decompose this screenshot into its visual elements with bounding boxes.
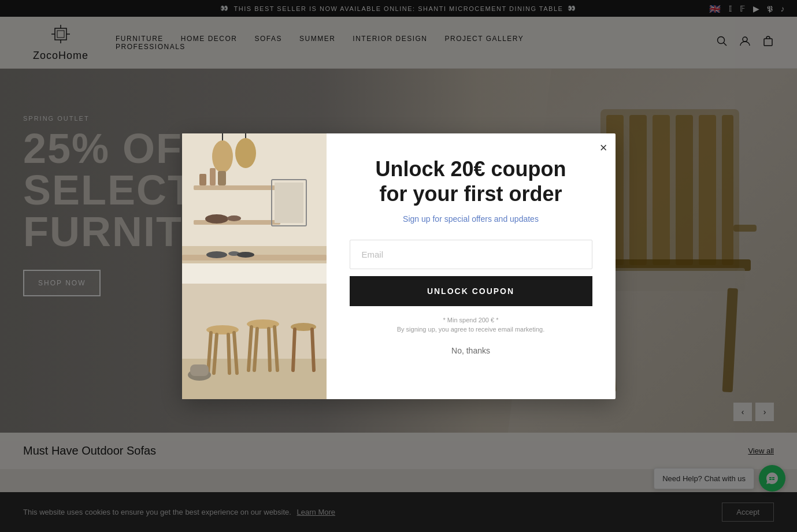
modal-image-panel	[182, 133, 327, 399]
modal-close-button[interactable]: ×	[600, 142, 607, 154]
svg-point-28	[235, 138, 256, 168]
svg-line-54	[269, 329, 270, 370]
modal-subtitle-text: Sign	[403, 214, 421, 224]
modal-overlay[interactable]: × Unlock 20€ couponfor your first order …	[0, 0, 797, 532]
svg-line-56	[293, 329, 295, 370]
svg-rect-33	[218, 171, 226, 185]
svg-rect-29	[194, 185, 280, 190]
modal-stools-image	[182, 284, 327, 399]
modal-content-panel: × Unlock 20€ couponfor your first order …	[327, 133, 616, 399]
svg-point-40	[237, 252, 254, 258]
modal-subtitle-highlight: up	[421, 214, 431, 224]
modal-subtitle-rest: for special offers and updates	[431, 214, 539, 224]
unlock-coupon-button[interactable]: UNLOCK COUPON	[350, 276, 592, 306]
svg-point-26	[212, 140, 233, 173]
modal-terms-line1: * Min spend 200 € *	[397, 315, 545, 325]
no-thanks-link[interactable]: No, thanks	[451, 346, 490, 355]
svg-rect-31	[199, 174, 206, 185]
modal-subtitle: Sign up for special offers and updates	[403, 214, 539, 224]
svg-line-57	[312, 329, 314, 370]
email-input[interactable]	[350, 240, 592, 269]
svg-rect-37	[182, 255, 327, 261]
svg-line-49	[228, 334, 229, 373]
svg-rect-32	[210, 168, 216, 185]
modal-title: Unlock 20€ couponfor your first order	[375, 157, 566, 206]
svg-point-35	[227, 215, 241, 221]
modal-kitchen-image	[182, 133, 327, 284]
svg-rect-59	[190, 364, 209, 376]
svg-point-38	[206, 251, 227, 258]
modal-terms: * Min spend 200 € * By signing up, you a…	[397, 315, 545, 334]
svg-point-34	[205, 214, 228, 224]
svg-rect-42	[275, 183, 303, 223]
coupon-modal: × Unlock 20€ couponfor your first order …	[182, 133, 616, 399]
modal-terms-line2: By signing up, you agree to receive emai…	[397, 325, 545, 334]
